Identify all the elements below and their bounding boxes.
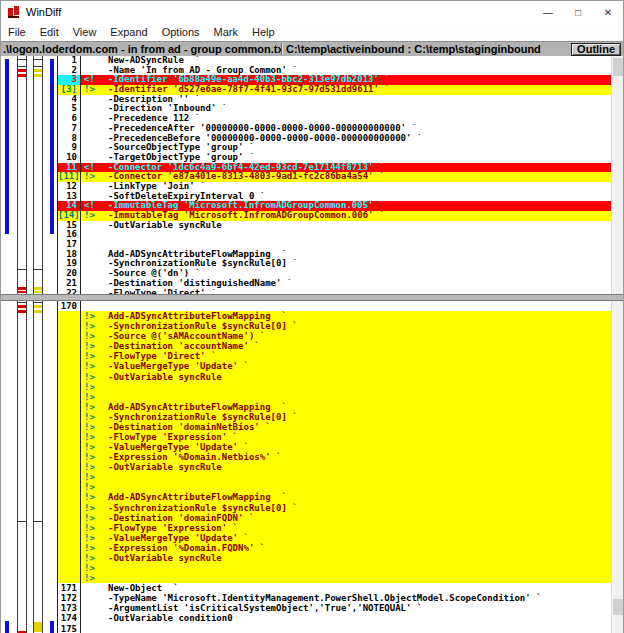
diff-marker-icon [81, 143, 108, 153]
map-tick [18, 269, 26, 270]
diff-line[interactable]: [11] !>-Connector 'e87a401e-8313-4803-9a… [57, 172, 613, 182]
diff-line[interactable]: !>-SynchronizationRule $syncRule[0] ` [57, 412, 613, 422]
diff-marker-icon [81, 182, 108, 192]
line-text: -FlowType 'Direct' ` [108, 351, 613, 361]
diff-line[interactable]: !>Add-ADSyncAttributeFlowMapping ` [57, 492, 613, 502]
close-icon[interactable]: ✕ [593, 1, 623, 23]
scrollbar-thumb-bottom[interactable] [613, 599, 623, 615]
diff-line[interactable]: !>-ValueMergeType 'Update' ` [57, 442, 613, 452]
diff-pane-top: 1 New-ADSyncRule ` 2 -Name 'In from AD -… [1, 56, 613, 294]
diff-line[interactable]: !>-FlowType 'Expression' ` [57, 432, 613, 442]
diff-line[interactable]: !>-OutVariable syncRule [57, 553, 613, 563]
diff-line[interactable]: 175 [57, 624, 613, 633]
diff-line[interactable]: !>-Destination 'accountName' ` [57, 341, 613, 351]
map-mark-added [34, 69, 42, 72]
diff-line[interactable]: 3 <!-Identifier '6b88a49e-aa4d-40b3-bbc2… [57, 75, 613, 85]
diff-line[interactable]: !>-FlowType 'Direct' ` [57, 351, 613, 361]
diff-line[interactable]: 171 New-Object ` [57, 583, 613, 593]
diff-line[interactable]: !>-Expression '%Domain.Netbios%' ` [57, 452, 613, 462]
line-number: 170 [57, 301, 81, 311]
diff-marker-icon [81, 269, 108, 279]
diff-line[interactable]: 11 <!-Connector '1dc6c4a9-6bf4-42ed-93cd… [57, 163, 613, 173]
menu-expand[interactable]: Expand [103, 26, 154, 38]
diff-line[interactable]: 18 Add-ADSyncAttributeFlowMapping ` [57, 250, 613, 260]
diff-map-bottom[interactable] [1, 301, 57, 633]
line-number: 16 [57, 230, 81, 240]
line-text: -SynchronizationRule $syncRule[0] ` [108, 412, 613, 422]
diff-line[interactable]: 14 <!-ImmutableTag 'Microsoft.InfromADGr… [57, 201, 613, 211]
diff-line[interactable]: 170 [57, 301, 613, 311]
diff-line[interactable]: 12 -LinkType 'Join' ` [57, 182, 613, 192]
diff-line[interactable]: 16 [57, 230, 613, 240]
line-text: -SourceObjectType 'group' ` [108, 143, 613, 153]
diff-line[interactable]: !>-Destination 'domainFQDN' ` [57, 513, 613, 523]
diff-line[interactable]: 19 -SynchronizationRule $syncRule[0] ` [57, 259, 613, 269]
diff-line[interactable]: 9 -SourceObjectType 'group' ` [57, 143, 613, 153]
diff-line[interactable]: 2 -Name 'In from AD - Group Common' ` [57, 66, 613, 76]
diff-line[interactable]: !> [57, 563, 613, 573]
diff-line[interactable]: 172 -TypeName 'Microsoft.IdentityManagem… [57, 593, 613, 603]
diff-line[interactable]: !>-OutVariable syncRule [57, 372, 613, 382]
menu-mark[interactable]: Mark [207, 26, 245, 38]
minimize-icon[interactable]: — [533, 1, 563, 23]
diff-line[interactable]: !> [57, 382, 613, 392]
diff-line[interactable]: 17 [57, 240, 613, 250]
diff-line[interactable]: !>-Expression '%Domain.FQDN%' ` [57, 543, 613, 553]
vertical-scrollbar[interactable] [611, 56, 623, 633]
outline-button[interactable]: Outline [571, 43, 621, 56]
map-mark-deleted [18, 287, 26, 290]
diff-marker-icon [81, 66, 108, 76]
line-number [57, 452, 81, 462]
diff-line[interactable]: 21 -Destination 'distinguishedName' ` [57, 279, 613, 289]
line-number: 2 [57, 66, 81, 76]
diff-line[interactable]: !> [57, 573, 613, 583]
diff-line[interactable]: 10 -TargetObjectType 'group' ` [57, 153, 613, 163]
diff-line[interactable]: !>-FlowType 'Expression' ` [57, 523, 613, 533]
diff-line[interactable]: !>-ValueMergeType 'Update' ` [57, 361, 613, 371]
diff-line[interactable]: 1 New-ADSyncRule ` [57, 56, 613, 66]
diff-line[interactable]: !>-OutVariable syncRule [57, 462, 613, 472]
diff-line[interactable]: [3] !>-Identifier 'd527e6ae-78f7-4f41-93… [57, 85, 613, 95]
line-text: -Destination 'distinguishedName' ` [108, 279, 613, 289]
diff-map-top[interactable] [1, 56, 57, 294]
diff-line[interactable]: !>-SynchronizationRule $syncRule[0] ` [57, 503, 613, 513]
scrollbar-thumb-top[interactable] [613, 58, 623, 76]
diff-line[interactable]: !>-SynchronizationRule $syncRule[0] ` [57, 321, 613, 331]
line-number: [3] [57, 85, 81, 95]
diff-line[interactable]: 20 -Source @('dn') ` [57, 269, 613, 279]
diff-line[interactable]: !>Add-ADSyncAttributeFlowMapping ` [57, 311, 613, 321]
maximize-icon[interactable]: □ [563, 1, 593, 23]
diff-line[interactable]: 8 -PrecedenceBefore '00000000-0000-0000-… [57, 134, 613, 144]
diff-line[interactable]: 174 -OutVariable condition0 [57, 613, 613, 623]
diff-line[interactable]: !>Add-ADSyncAttributeFlowMapping ` [57, 402, 613, 412]
diff-line[interactable]: !>-Source @('sAMAccountName') ` [57, 331, 613, 341]
diff-line[interactable]: 7 -PrecedenceAfter '00000000-0000-0000-0… [57, 124, 613, 134]
line-text: -OutVariable condition0 [108, 613, 613, 623]
diff-line[interactable]: 4 -Description '' ` [57, 95, 613, 105]
diff-line[interactable]: !> [57, 472, 613, 482]
menu-edit[interactable]: Edit [33, 26, 66, 38]
diff-line[interactable]: !> [57, 392, 613, 402]
diff-line[interactable]: !>-ValueMergeType 'Update' ` [57, 533, 613, 543]
diff-line[interactable]: 13 -SoftDeleteExpiryInterval 0 ` [57, 192, 613, 202]
diff-marker-icon [81, 250, 108, 260]
diff-line[interactable]: [14] !>-ImmutableTag 'Microsoft.InfromAD… [57, 211, 613, 221]
pane-splitter[interactable] [1, 294, 623, 301]
line-text: New-Object ` [108, 583, 613, 593]
diff-line[interactable]: 6 -Precedence 112 ` [57, 114, 613, 124]
map-tick [34, 302, 42, 303]
diff-line[interactable]: 173 -ArgumentList 'isCriticalSystemObjec… [57, 603, 613, 613]
diff-line[interactable]: 15 -OutVariable syncRule [57, 221, 613, 231]
diff-marker-icon: !> [81, 402, 108, 412]
line-text: -OutVariable syncRule [108, 372, 613, 382]
menu-file[interactable]: File [1, 26, 33, 38]
line-number: 13 [57, 192, 81, 202]
diff-line[interactable]: 5 -Direction 'Inbound' ` [57, 104, 613, 114]
diff-line[interactable]: !> [57, 482, 613, 492]
diff-marker-icon: !> [81, 361, 108, 371]
menu-view[interactable]: View [66, 26, 104, 38]
menu-options[interactable]: Options [155, 26, 207, 38]
menu-help[interactable]: Help [245, 26, 282, 38]
diff-line[interactable]: !>-Destination 'domainNetBios' ` [57, 422, 613, 432]
line-number [57, 472, 81, 482]
